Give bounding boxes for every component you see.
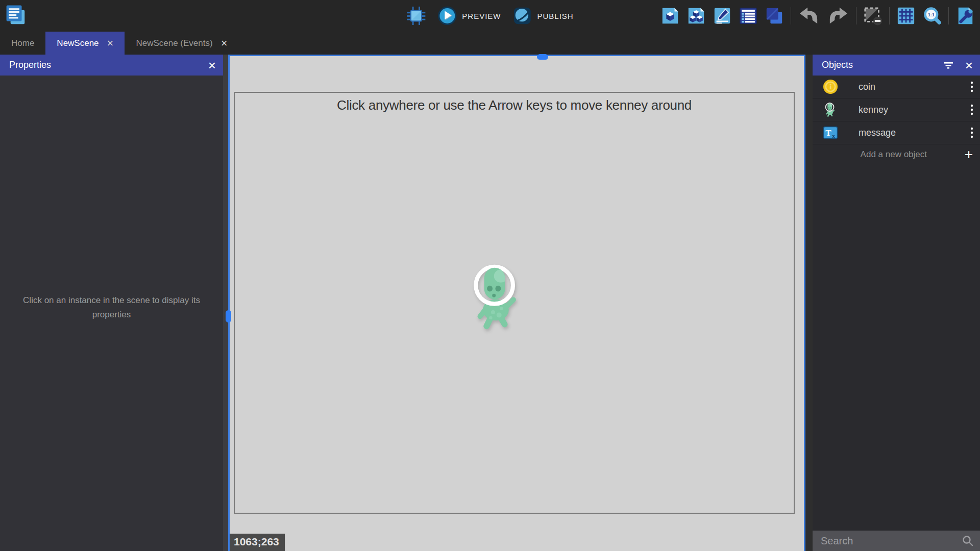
layers-icon[interactable] [765, 6, 784, 26]
properties-empty-message: Click on an instance in the scene to dis… [8, 293, 215, 322]
object-label: coin [859, 82, 970, 92]
object-menu-icon[interactable] [970, 127, 974, 139]
object-label: message [859, 128, 970, 138]
edit-objects-group-icon[interactable] [687, 6, 706, 26]
object-row-message[interactable]: T x message [813, 121, 980, 144]
scene-message-text: Click anywhere or use the Arrow keys to … [235, 97, 794, 113]
toolbar-divider [889, 7, 890, 24]
tab-home-label: Home [11, 38, 34, 48]
toolbar-divider [856, 7, 856, 24]
properties-panel: Properties × Click on an instance in the… [0, 55, 223, 551]
clear-selection-icon[interactable] [863, 6, 883, 26]
edit-scene-pencil-icon[interactable] [713, 6, 732, 26]
text-object-icon: T x [823, 125, 838, 140]
pane-resize-handle-left[interactable] [226, 310, 231, 322]
scene-canvas[interactable]: Click anywhere or use the Arrow keys to … [228, 55, 805, 551]
object-row-kenney[interactable]: kenney [813, 98, 980, 121]
add-object-label: Add a new object [823, 149, 965, 160]
pane-resize-handle-top[interactable] [537, 54, 548, 60]
tab-home[interactable]: Home [0, 32, 45, 55]
coin-icon [823, 79, 838, 94]
zoom-1-1-icon[interactable]: 1:1 [922, 6, 942, 26]
undo-icon[interactable] [798, 6, 820, 26]
scene-settings-icon[interactable] [955, 6, 975, 26]
svg-text:x: x [832, 133, 835, 139]
cursor-coordinates: 1063;263 [230, 534, 285, 551]
project-manager-icon[interactable] [4, 4, 28, 27]
tab-newscene-events-label: NewScene (Events) [136, 38, 212, 48]
svg-text:T: T [825, 128, 831, 138]
object-menu-icon[interactable] [970, 81, 974, 93]
instances-list-icon[interactable] [739, 6, 758, 26]
objects-search-bar [813, 531, 980, 551]
search-icon [962, 535, 974, 547]
svg-text:1:1: 1:1 [928, 12, 935, 17]
publish-label: PUBLISH [537, 12, 573, 20]
preview-label: PREVIEW [462, 12, 501, 20]
kenney-instance[interactable] [472, 261, 523, 333]
grid-icon[interactable] [896, 6, 916, 26]
properties-panel-header: Properties × [0, 55, 223, 76]
publish-globe-icon [512, 6, 532, 26]
redo-icon[interactable] [827, 6, 849, 26]
close-icon[interactable]: × [107, 38, 114, 49]
object-row-coin[interactable]: coin [813, 76, 980, 98]
tab-newscene[interactable]: NewScene × [45, 32, 125, 55]
preview-button[interactable]: PREVIEW [437, 6, 501, 26]
objects-panel-header: Objects × [813, 55, 980, 76]
tab-newscene-label: NewScene [57, 38, 99, 48]
top-toolbar: PREVIEW PUBLISH [0, 0, 980, 32]
properties-title: Properties [9, 60, 51, 70]
objects-panel: Objects × coin [813, 55, 980, 551]
close-icon[interactable]: × [965, 59, 973, 72]
panel-resize-handle[interactable] [223, 55, 228, 551]
panel-gap [805, 55, 813, 551]
filter-icon[interactable] [943, 61, 954, 69]
object-label: kenney [859, 105, 970, 115]
preview-play-icon [437, 6, 457, 26]
publish-button[interactable]: PUBLISH [512, 6, 573, 26]
toolbar-divider [948, 7, 949, 24]
close-icon[interactable]: × [221, 38, 228, 49]
edit-object-icon[interactable] [660, 6, 680, 26]
search-input[interactable] [820, 535, 962, 547]
object-menu-icon[interactable] [970, 104, 974, 116]
editor-tabbar: Home NewScene × NewScene (Events) × [0, 32, 980, 55]
kenney-character-icon [823, 102, 838, 117]
toolbar-divider [791, 7, 791, 24]
objects-title: Objects [822, 60, 853, 70]
plus-icon: + [965, 147, 973, 162]
tab-newscene-events[interactable]: NewScene (Events) × [125, 32, 238, 55]
close-icon[interactable]: × [208, 59, 216, 72]
debug-icon[interactable] [406, 6, 426, 26]
add-object-button[interactable]: Add a new object + [813, 144, 980, 165]
